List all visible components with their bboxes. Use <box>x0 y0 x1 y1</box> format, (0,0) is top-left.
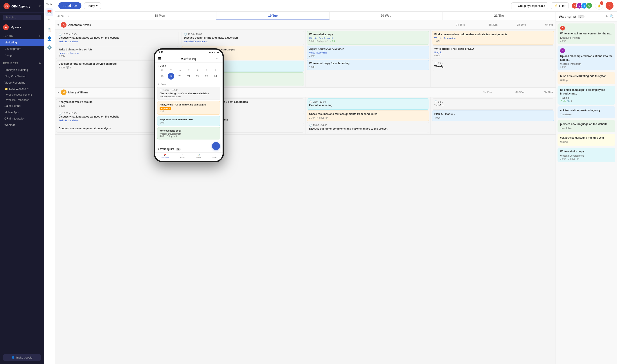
sidebar-item-sales-funnel[interactable]: Sales Funnel <box>0 103 44 109</box>
mobile-task-card[interactable]: Analyze the ROI of marketing campaigns I… <box>157 101 220 115</box>
mobile-prev-icon[interactable]: ‹ <box>158 65 158 67</box>
sidebar-item-design[interactable]: Design <box>0 52 44 58</box>
sidebar-item-development[interactable]: Development <box>0 46 44 52</box>
group-by-button[interactable]: ⠿ Group by responsible <box>511 2 548 9</box>
mobile-title: Marketing <box>181 57 196 61</box>
task-card[interactable]: 🕐 16... Weekly... <box>432 60 554 71</box>
mobile-task-duration: 1:00h <box>160 121 218 124</box>
mobile-task-card[interactable]: Write website copy Website Development 3… <box>157 127 220 140</box>
task-card[interactable]: Check resumes and test assignments from … <box>307 111 429 121</box>
task-card[interactable]: Write email copy for onboarding 1:30h <box>307 60 429 70</box>
task-title: Discuss what languages we need on the we… <box>59 36 176 40</box>
waiting-list-item[interactable]: plement new language on the website Tran… <box>558 120 615 132</box>
sidebar-item-website-development[interactable]: Website Development <box>0 92 44 97</box>
sidebar-item-marketing[interactable]: Marketing <box>0 39 44 46</box>
my-work-link[interactable]: A My work <box>0 23 44 32</box>
sidebar-item-crm-integration[interactable]: CRM Integration <box>0 115 44 122</box>
col-time-thu: 6h 0m <box>545 23 553 26</box>
day-label-t: T <box>168 69 174 72</box>
waiting-list-item[interactable]: A Write an email announcement for the ne… <box>558 24 615 44</box>
mobile-nav-more[interactable]: ••• More <box>212 154 217 159</box>
task-card[interactable]: 🕐 9:5... 1-to-1... <box>432 98 554 110</box>
anastasia-name: Anastasia Novak <box>68 23 91 26</box>
task-card[interactable]: 🕐 10:00 - 13:00 Discuss design drafts an… <box>181 31 304 45</box>
profile-button[interactable]: A <box>606 2 614 10</box>
anastasia-thu-cell: Find a person who could review and rate … <box>430 30 556 88</box>
notifications-button[interactable]: 🔔 8 <box>595 2 603 10</box>
invite-people-button[interactable]: 👤 Invite people <box>3 354 41 361</box>
waiting-list-item[interactable]: M Upload all completed translations into… <box>558 46 615 71</box>
mobile-day-22[interactable]: 22 <box>194 73 201 80</box>
sidebar-item-mobile-app[interactable]: Mobile App <box>0 109 44 115</box>
marry-wed-cell: 🕐 9:30 - 11:00 Executive meeting Check r… <box>305 97 430 134</box>
task-card[interactable]: Adjust scripts for new video Video Recor… <box>307 46 429 59</box>
waiting-list-item[interactable]: eck translation provided agency Translat… <box>558 106 615 118</box>
mobile-day-24[interactable]: 24 <box>212 73 219 80</box>
task-project: Blog P... <box>434 51 552 54</box>
mobile-menu-icon[interactable]: ☰ <box>158 57 161 61</box>
tool-person-icon[interactable]: 👤 <box>45 35 53 42</box>
mobile-next-icon[interactable]: › <box>168 65 169 67</box>
app-name: GIM Agency <box>11 4 30 8</box>
mobile-fab-button[interactable]: + <box>212 142 220 150</box>
mobile-nav-tasks[interactable]: ✓ Tasks <box>180 154 185 159</box>
add-new-button[interactable]: + Add new <box>58 2 82 9</box>
waiting-list-item[interactable]: eck article: Marketing nds this year Wri… <box>558 134 615 146</box>
waiting-card-title: nd email campaign to all employees intro… <box>560 88 613 96</box>
mobile-day-21[interactable]: 21 <box>185 73 192 80</box>
mobile-day-18[interactable]: 18 <box>159 73 165 80</box>
mobile-calendar-header: ‹ June › M T W T F S S 18 19 20 21 22 23… <box>155 63 223 82</box>
sidebar-item-employee-training[interactable]: Employee Training <box>0 67 44 73</box>
mobile-nav-schedule[interactable]: 📅 Schedule <box>161 154 169 159</box>
expand-icon[interactable]: ▾ <box>57 23 59 26</box>
tool-settings-icon[interactable]: ⚙️ <box>45 43 53 51</box>
today-button[interactable]: Today ▾ <box>84 2 101 9</box>
mobile-day-23[interactable]: 23 <box>203 73 210 80</box>
task-card[interactable]: Plan a... marke... 4:00h <box>432 111 554 121</box>
mobile-day-19[interactable]: 19 <box>168 73 174 80</box>
chevron-down-icon: ▾ <box>39 5 40 8</box>
prev-nav[interactable]: ‹ <box>66 14 67 18</box>
tool-schedule-icon[interactable]: 📅 <box>45 8 53 16</box>
mobile-status-right: ●●● ▲ ▬ <box>209 51 219 53</box>
sidebar-item-webinar[interactable]: Webinar <box>0 122 44 128</box>
sidebar-search-container <box>0 13 44 23</box>
sidebar-item-blog-post-writing[interactable]: Blog Post Writing <box>0 73 44 79</box>
sidebar-item-video-recording[interactable]: Video Recording <box>0 79 44 86</box>
filter-button[interactable]: ⚡ Filter <box>551 2 569 9</box>
topbar: + Add new Today ▾ ⠿ Group by responsible… <box>55 0 617 12</box>
task-card[interactable]: 🕐 10:00 - 10:45 Discuss what languages w… <box>56 31 178 45</box>
task-card[interactable]: Write article: The Power of SEO Blog P..… <box>432 45 554 59</box>
next-nav[interactable]: › <box>69 14 69 18</box>
avatar-4[interactable]: S <box>586 2 592 9</box>
mobile-day-20[interactable]: 20 <box>177 73 183 80</box>
sidebar-item-new-website[interactable]: 📁 New Website ▾ <box>0 86 44 92</box>
sidebar: G GIM Agency ▾ A My work Teams + Marketi… <box>0 0 44 364</box>
app-logo[interactable]: G GIM Agency ▾ <box>0 0 44 13</box>
add-project-icon[interactable]: + <box>39 61 41 65</box>
sidebar-item-website-translation[interactable]: Website Translation <box>0 97 44 103</box>
search-input[interactable] <box>3 15 41 20</box>
tool-calendar-icon[interactable]: 🗓 <box>45 17 53 25</box>
projects-label: Projects <box>3 62 18 65</box>
task-card[interactable]: Find a person who could review and rate … <box>432 31 554 44</box>
add-team-icon[interactable]: + <box>39 34 41 38</box>
waiting-list-item[interactable]: blish article: Marketing nds this year W… <box>558 72 615 84</box>
task-card[interactable]: 🕐 13:00 - 14:30 Discuss customer comment… <box>307 122 429 133</box>
search-waiting-icon[interactable]: 🔍 <box>610 14 614 19</box>
mobile-more-icon[interactable]: ⋯ <box>216 57 219 61</box>
day-19: 19 Tue <box>217 14 328 17</box>
notes-label: Notes <box>196 156 202 159</box>
expand-icon-marry[interactable]: ▾ <box>57 91 59 94</box>
tool-list-icon[interactable]: 📋 <box>45 26 53 34</box>
mobile-task-card[interactable]: 🕐 10:00 - 13:00 Discuss design drafts an… <box>157 87 220 100</box>
task-title: Discuss design drafts and make a decisio… <box>184 36 301 40</box>
task-card[interactable]: 🕐 9:30 - 11:00 Executive meeting <box>307 98 429 110</box>
task-card[interactable]: Write website copy Website Development 5… <box>307 31 429 45</box>
waiting-list-item[interactable]: Write website copy Website Development 3… <box>558 148 615 162</box>
mobile-task-card[interactable]: Help Sofia with Webinar texts 1:00h <box>157 116 220 126</box>
waiting-list-item[interactable]: nd email campaign to all employees intro… <box>558 86 615 104</box>
person-header-marry: ▾ M Marry Williams 8h 15m 6h 30m 6h 30m <box>55 88 556 97</box>
mobile-nav-notes[interactable]: 📝 Notes <box>196 154 202 159</box>
add-waiting-icon[interactable]: + <box>605 14 608 19</box>
